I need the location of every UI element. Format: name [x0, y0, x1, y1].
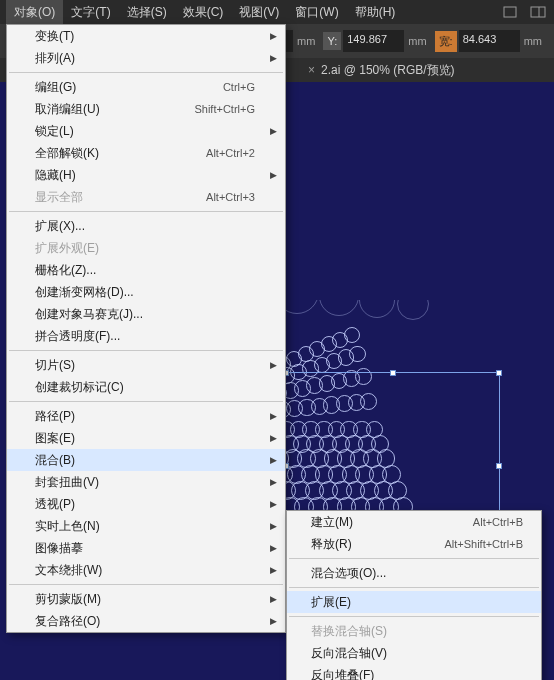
menu-item[interactable]: 取消编组(U)Shift+Ctrl+G	[7, 98, 285, 120]
submenu-item[interactable]: 反向混合轴(V)	[287, 642, 541, 664]
menu-item[interactable]: 隐藏(H)	[7, 164, 285, 186]
menu-select[interactable]: 选择(S)	[119, 0, 175, 25]
menu-item[interactable]: 创建裁切标记(C)	[7, 376, 285, 398]
menu-item[interactable]: 图像描摹	[7, 537, 285, 559]
menu-item: 显示全部Alt+Ctrl+3	[7, 186, 285, 208]
menu-item[interactable]: 锁定(L)	[7, 120, 285, 142]
menu-help[interactable]: 帮助(H)	[347, 0, 404, 25]
menu-item[interactable]: 排列(A)	[7, 47, 285, 69]
menu-item: 扩展外观(E)	[7, 237, 285, 259]
menu-item[interactable]: 创建渐变网格(D)...	[7, 281, 285, 303]
submenu-item: 替换混合轴(S)	[287, 620, 541, 642]
svg-rect-1	[531, 7, 545, 17]
menu-item[interactable]: 图案(E)	[7, 427, 285, 449]
document-tab[interactable]: × 2.ai @ 150% (RGB/预览)	[300, 58, 463, 83]
menu-text[interactable]: 文字(T)	[63, 0, 118, 25]
w-label: 宽:	[435, 31, 457, 52]
menu-item[interactable]: 封套扭曲(V)	[7, 471, 285, 493]
w-value[interactable]: 84.643	[459, 30, 520, 52]
unit-2: mm	[408, 35, 426, 47]
menu-item[interactable]: 透视(P)	[7, 493, 285, 515]
menu-item[interactable]: 文本绕排(W)	[7, 559, 285, 581]
y-value[interactable]: 149.867	[343, 30, 404, 52]
menu-item[interactable]: 切片(S)	[7, 354, 285, 376]
menu-item[interactable]: 复合路径(O)	[7, 610, 285, 632]
doc-icon[interactable]	[500, 3, 520, 21]
menu-window[interactable]: 窗口(W)	[287, 0, 346, 25]
menubar: 对象(O) 文字(T) 选择(S) 效果(C) 视图(V) 窗口(W) 帮助(H…	[0, 0, 554, 24]
close-icon[interactable]: ×	[308, 63, 315, 77]
y-label: Y:	[323, 32, 341, 50]
tab-title: 2.ai @ 150% (RGB/预览)	[321, 62, 455, 79]
menu-item[interactable]: 实时上色(N)	[7, 515, 285, 537]
menu-object[interactable]: 对象(O)	[6, 0, 63, 25]
handle-mr[interactable]	[496, 463, 502, 469]
menu-item[interactable]: 扩展(X)...	[7, 215, 285, 237]
submenu-item[interactable]: 反向堆叠(F)	[287, 664, 541, 680]
object-menu-dropdown: 变换(T)排列(A)编组(G)Ctrl+G取消编组(U)Shift+Ctrl+G…	[6, 24, 286, 633]
menu-item[interactable]: 混合(B)	[7, 449, 285, 471]
blend-submenu: 建立(M)Alt+Ctrl+B释放(R)Alt+Shift+Ctrl+B混合选项…	[286, 510, 542, 680]
handle-tr[interactable]	[496, 370, 502, 376]
svg-rect-0	[504, 7, 516, 17]
unit-3: mm	[524, 35, 542, 47]
menu-item[interactable]: 剪切蒙版(M)	[7, 588, 285, 610]
menu-item[interactable]: 编组(G)Ctrl+G	[7, 76, 285, 98]
menu-effect[interactable]: 效果(C)	[175, 0, 232, 25]
menu-view[interactable]: 视图(V)	[231, 0, 287, 25]
menu-item[interactable]: 变换(T)	[7, 25, 285, 47]
menu-item[interactable]: 拼合透明度(F)...	[7, 325, 285, 347]
submenu-item[interactable]: 建立(M)Alt+Ctrl+B	[287, 511, 541, 533]
menu-item[interactable]: 全部解锁(K)Alt+Ctrl+2	[7, 142, 285, 164]
submenu-item[interactable]: 混合选项(O)...	[287, 562, 541, 584]
submenu-item[interactable]: 扩展(E)	[287, 591, 541, 613]
submenu-item[interactable]: 释放(R)Alt+Shift+Ctrl+B	[287, 533, 541, 555]
unit-1: mm	[297, 35, 315, 47]
menu-item[interactable]: 栅格化(Z)...	[7, 259, 285, 281]
handle-tm[interactable]	[390, 370, 396, 376]
menu-item[interactable]: 路径(P)	[7, 405, 285, 427]
menu-item[interactable]: 创建对象马赛克(J)...	[7, 303, 285, 325]
layout-icon[interactable]	[528, 3, 548, 21]
